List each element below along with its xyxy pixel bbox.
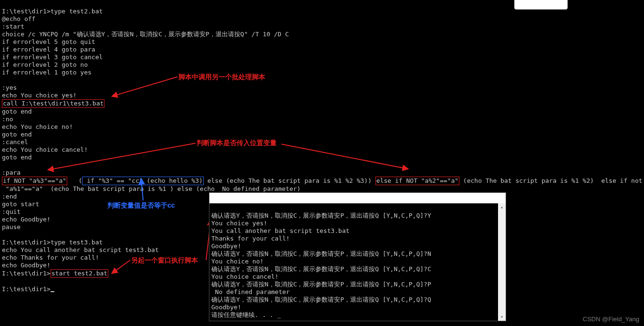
child-line: You call another bat script test3.bat [211,227,350,234]
child-line: 确认请选Y，否请按N，取消按C，展示参数请安P，退出请按Q [Y,N,C,P,Q… [211,212,431,219]
term-line: I:\test\dir1>type test3.bat [2,239,103,246]
child-line: Goodbye! [211,304,241,311]
watermark: CSDN @Field_Yang [583,315,639,323]
anno-call-script: 脚本中调用另一个批处理脚本 [178,73,265,81]
term-line: goto end [2,154,32,161]
child-cmd-window[interactable]: - test2.bat 确认请选Y，否请按N，取消按C，展示参数请安P，退出请按… [209,192,506,321]
child-line: 请按任意键继续. . . _ [211,311,281,318]
term-line: I:\test\dir1>type test2.bat [2,8,103,15]
term-line: if errorlevel 3 goto cancel [2,53,103,61]
term-line: echo Thanks for your call! [2,254,99,261]
term-line: echo You choice yes! [2,92,77,99]
child-line: You choice cancel! [211,273,279,280]
child-line: No defined parameter [211,288,290,295]
para-cont: "a%1"=="a" (echo The bat script para is … [2,185,301,192]
child-line: 确认请选Y，否请按N，取消按C，展示参数请安P，退出请按Q [Y,N,C,P,Q… [211,281,431,288]
term-line: @echo off [2,15,35,22]
term-line: :yes [2,84,17,91]
term-line: echo You call another bat script test3.b… [2,246,159,253]
term-line: echo You choice cancel! [2,146,88,153]
term-line: goto start [2,200,39,208]
term-line: :cancel [2,138,28,146]
cursor-icon [51,291,54,292]
scroll-up-icon[interactable]: ▴ [498,203,506,211]
child-line: You choice no! [211,258,264,265]
term-line: if errorlevel 5 goto quit [2,38,95,45]
child-line: Thanks for your call! [211,235,290,242]
anno-check-pos-var: 判断脚本是否传入位置变量 [197,139,277,147]
child-line: 确认请选Y，否请按N，取消按C，展示参数请安P，退出请按Q [Y,N,C,P,Q… [211,250,431,257]
anno-new-window: 另起一个窗口执行脚本 [131,256,198,264]
call-line-box: call I:\test\dir1\test3.bat [2,99,104,108]
start-line-prefix: I:\test\dir1> [2,270,51,277]
term-line: echo Goodbye! [2,216,51,223]
term-line: I:\test\dir1> [2,285,51,293]
term-line: :end [2,193,17,200]
child-line: 确认请选Y，否请按N，取消按C，展示参数请安P，退出请按Q [Y,N,C,P,Q… [211,296,431,303]
if-not-a3-box: if NOT "a%3"=="a" [2,177,67,185]
child-line: 确认请选Y，否请按N，取消按C，展示参数请安P，退出请按Q [Y,N,C,P,Q… [211,265,431,273]
term-line: echo You choice no! [2,123,73,130]
child-terminal[interactable]: 确认请选Y，否请按N，取消按C，展示参数请安P，退出请按Q [Y,N,C,P,Q… [209,203,498,321]
term-line: choice /c YNCPQ /m "确认请选Y，否请按N，取消按C，展示参数… [2,31,289,38]
child-line: Goodbye! [211,242,241,250]
term-line: :quit [2,208,21,215]
para-seg: else (echo The bat script para is %1 %2 … [204,177,375,184]
scrollbar[interactable]: ▴ ▾ [498,203,506,321]
para-seg: if NOT "a%3"=="a" [3,177,66,184]
term-line: :start [2,23,24,30]
term-line: pause [2,223,21,231]
term-line: goto end [2,131,32,138]
para-seg: (echo The bat script para is %1 %2) else… [459,177,643,184]
para-seg: if "%3" == "cc" (echo hello %3) [83,177,202,184]
term-line: if errorlevel 1 goto yes [2,69,92,76]
term-line: if errorlevel 4 goto para [2,46,95,53]
start-cmd-box: start test2.bat [51,269,108,278]
start-cmd: start test2.bat [52,270,107,277]
term-line: if errorlevel 2 goto no [2,61,88,68]
else-if-not-a2-box: else if NOT "a%2"=="a" [375,177,459,185]
child-line: You choice yes! [211,220,267,227]
term-line: echo Goodbye! [2,262,51,269]
term-line: :no [2,116,13,123]
para-seg: ( [79,177,83,184]
anno-check-cc: 判断变量值是否等于cc [107,201,175,209]
scroll-down-icon[interactable]: ▾ [498,313,506,321]
para-seg: else if NOT "a%2"=="a" [376,177,458,184]
if-cc-box: if "%3" == "cc" (echo hello %3) [82,177,203,185]
term-line: :para [2,169,21,176]
call-line: call I:\test\dir1\test3.bat [3,100,104,107]
term-line: goto end [2,108,32,115]
